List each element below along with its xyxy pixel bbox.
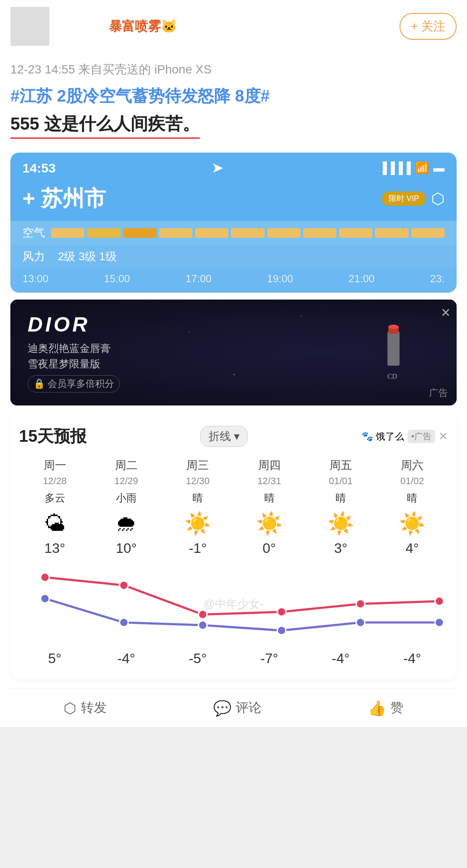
forecast-card: 15天预报 折线 ▾ 🐾 饿了么 •广告 ✕ 周一 12/28 多云 🌤 13°… — [10, 412, 457, 680]
repost-icon: ⬡ — [64, 699, 77, 717]
air-bar-5 — [195, 228, 228, 238]
low-temp-cell-2: -5° — [162, 651, 234, 667]
low-temp-cell-5: -4° — [377, 651, 448, 667]
weather-icon-0: 🌤 — [44, 511, 66, 536]
weather-phone-card: 14:53 ➤ ▐▐▐▐ 📶 ▬ + 苏州市 限时 VIP ⬡ 空气 — [10, 153, 457, 293]
battery-icon: ▬ — [433, 161, 445, 175]
time-1900: 19:00 — [267, 273, 293, 285]
ad-banner[interactable]: DIOR 迪奥烈艳蓝金唇膏 雪夜星梦限量版 🔒 会员享多倍积分 CD ✕ 广告 — [10, 300, 457, 405]
low-temp-cell-1: -4° — [90, 651, 162, 667]
time-2100: 21:00 — [349, 273, 374, 285]
follow-button[interactable]: + 关注 — [400, 13, 457, 40]
air-bar-10 — [375, 228, 408, 238]
svg-point-4 — [41, 573, 49, 582]
weather-icon-1: 🌧 — [115, 511, 137, 536]
post-text: 555 这是什么人间疾苦。 — [10, 112, 200, 139]
day-date-0: 12/28 — [43, 475, 67, 487]
weather-icon-3: ☀️ — [256, 511, 283, 536]
svg-point-10 — [41, 594, 49, 603]
air-bar-6 — [231, 228, 264, 238]
high-temp-0: 13° — [44, 540, 65, 556]
share-icon[interactable]: ⬡ — [431, 190, 445, 208]
time-2300: 23: — [430, 273, 445, 285]
svg-point-6 — [198, 610, 207, 619]
low-temp-cell-3: -7° — [234, 651, 305, 667]
air-bar-1 — [51, 228, 84, 238]
ad-member: 🔒 会员享多倍积分 — [28, 375, 120, 393]
high-temp-2: -1° — [189, 540, 207, 556]
wind-row: 风力 2级 3级 1级 — [10, 245, 457, 268]
day-date-1: 12/29 — [114, 475, 138, 487]
weather-icon-5: ☀️ — [399, 511, 425, 536]
status-icons: ▐▐▐▐ 📶 ▬ — [379, 161, 445, 175]
like-button[interactable]: 👍 赞 — [368, 699, 403, 717]
day-label-2: 周三 — [186, 458, 209, 473]
forecast-ad-close[interactable]: ✕ — [438, 430, 448, 443]
time-row: 13:00 15:00 17:00 19:00 21:00 23: — [10, 268, 457, 293]
temp-chart: @中年少女- — [19, 561, 448, 647]
day-date-2: 12/30 — [186, 475, 210, 487]
post-container: 12-23 14:55 来自买壳送的 iPhone XS #江苏 2股冷空气蓄势… — [0, 53, 467, 727]
ad-brand: DIOR — [28, 313, 120, 336]
vip-badge[interactable]: 限时 VIP — [382, 191, 426, 206]
low-temp-5: -4° — [403, 651, 421, 666]
ad-product-2: 雪夜星梦限量版 — [28, 356, 120, 372]
comment-button[interactable]: 💬 评论 — [213, 699, 262, 717]
low-temp-4: -4° — [332, 651, 349, 666]
forecast-header: 15天预报 折线 ▾ 🐾 饿了么 •广告 ✕ — [19, 425, 448, 447]
post-tag[interactable]: #江苏 2股冷空气蓄势待发怒降 8度# — [10, 85, 457, 108]
air-bar-7 — [267, 228, 301, 238]
low-temp-cell-0: 5° — [19, 651, 90, 667]
vip-label: 限时 VIP — [389, 194, 419, 204]
day-condition-4: 晴 — [336, 491, 346, 505]
time-1500: 15:00 — [104, 273, 130, 285]
temp-chart-svg — [19, 561, 448, 647]
day-condition-0: 多云 — [45, 491, 65, 505]
svg-point-2 — [388, 325, 399, 329]
day-col-3: 周四 12/31 晴 ☀️ 0° — [234, 458, 305, 556]
svg-point-13 — [277, 626, 286, 635]
high-temp-3: 0° — [262, 540, 276, 556]
low-temp-0: 5° — [48, 651, 61, 666]
air-bar-8 — [303, 228, 336, 238]
day-condition-1: 小雨 — [116, 491, 137, 505]
svg-text:CD: CD — [387, 373, 397, 380]
day-label-3: 周四 — [258, 458, 281, 473]
day-condition-3: 晴 — [264, 491, 275, 505]
day-col-2: 周三 12/30 晴 ☀️ -1° — [162, 458, 234, 556]
svg-point-8 — [356, 600, 365, 608]
day-col-5: 周六 01/02 晴 ☀️ 4° — [377, 458, 448, 556]
city-name: + 苏州市 — [22, 184, 106, 213]
day-condition-2: 晴 — [192, 491, 203, 505]
air-bar-3 — [123, 228, 157, 238]
forecast-title: 15天预报 — [19, 425, 86, 447]
ad-close-button[interactable]: ✕ — [441, 306, 451, 320]
day-col-1: 周二 12/29 小雨 🌧 10° — [90, 458, 162, 556]
avatar — [10, 7, 49, 46]
svg-point-12 — [198, 621, 207, 629]
day-label-1: 周二 — [115, 458, 138, 473]
low-temp-1: -4° — [117, 651, 135, 666]
svg-point-7 — [277, 608, 286, 616]
day-label-4: 周五 — [329, 458, 352, 473]
time-1300: 13:00 — [22, 273, 48, 285]
repost-button[interactable]: ⬡ 转发 — [64, 699, 107, 717]
weather-icon-4: ☀️ — [327, 511, 354, 536]
ad-product-1: 迪奥烈艳蓝金唇膏 — [28, 341, 120, 356]
post-actions: ⬡ 转发 💬 评论 👍 赞 — [10, 688, 457, 727]
day-label-5: 周六 — [401, 458, 423, 473]
svg-point-14 — [356, 618, 365, 627]
like-icon: 👍 — [368, 699, 386, 717]
forecast-filter-button[interactable]: 折线 ▾ — [200, 426, 248, 447]
high-temp-5: 4° — [406, 540, 419, 556]
forecast-grid: 周一 12/28 多云 🌤 13° 周二 12/29 小雨 🌧 10° 周三 1… — [19, 458, 448, 556]
svg-point-5 — [119, 581, 128, 590]
air-bars — [51, 228, 445, 238]
forecast-ad-badge: •广告 — [408, 430, 435, 443]
wind-values: 2级 3级 1级 — [58, 249, 117, 264]
post-header: 12-23 14:55 来自买壳送的 iPhone XS — [10, 61, 457, 78]
post-time: 12-23 14:55 来自买壳送的 iPhone XS — [10, 63, 211, 76]
phone-header: + 苏州市 限时 VIP ⬡ — [10, 180, 457, 221]
lipstick-visual: CD — [353, 322, 439, 383]
post-body: 555 这是什么人间疾苦。 — [10, 112, 457, 144]
